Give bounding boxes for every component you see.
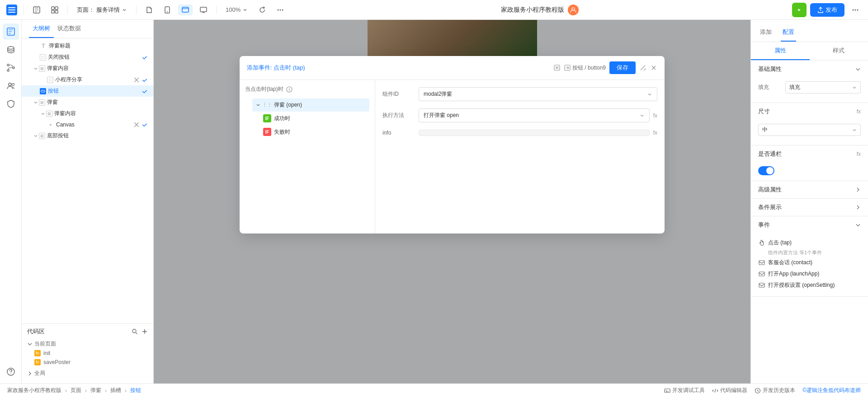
method-fx[interactable]: fx	[653, 112, 657, 119]
page-selector[interactable]: 页面： 服务详情	[73, 4, 131, 16]
tree-item-button[interactable]: 按钮	[22, 85, 153, 97]
top-bar-title: 家政服务小程序教程版	[291, 5, 788, 15]
advanced-section: 高级属性	[751, 181, 868, 199]
toggle-wrap	[758, 166, 861, 175]
svg-point-22	[9, 83, 11, 86]
event-open-setting[interactable]: 打开授权设置 (openSetting)	[758, 280, 861, 291]
flow-item-fail[interactable]: IF 失败时	[252, 125, 369, 139]
sidebar-icon-outline[interactable]	[3, 23, 19, 40]
global-header[interactable]: 全局	[27, 369, 148, 378]
flow-item-popup[interactable]: ⋮⋮ 弹窗 (open)	[252, 98, 369, 112]
dev-history-label: 开发历史版本	[763, 387, 795, 394]
sidebar-icon-flow[interactable]	[3, 60, 19, 76]
right-panel-top: 添加 配置	[751, 20, 868, 42]
info-input[interactable]	[419, 130, 650, 136]
tap-icon	[758, 239, 765, 247]
tree-item-popup-content[interactable]: ⊞ 弹窗内容	[22, 108, 153, 119]
monitor-icon-btn[interactable]	[196, 5, 211, 15]
fill-select[interactable]: 填充	[785, 81, 861, 93]
code-item-init[interactable]: fn init	[27, 349, 148, 358]
right-tab-style[interactable]: 样式	[810, 42, 868, 60]
toggle-knob	[766, 167, 774, 174]
more-btn[interactable]	[273, 5, 288, 15]
svg-point-19	[7, 64, 9, 66]
event-contact[interactable]: 客服会话 (contact)	[758, 257, 861, 268]
tree-label-close-btn: 关闭按钮	[48, 53, 142, 61]
navbar-body	[751, 163, 868, 181]
sidebar-icon-shield[interactable]	[3, 96, 19, 112]
svg-rect-8	[182, 7, 189, 12]
sidebar-icon-data[interactable]	[3, 42, 19, 58]
sidebar-icon-help[interactable]	[3, 364, 19, 380]
right-tab-add[interactable]: 添加	[758, 23, 774, 42]
size-header[interactable]: 尺寸 fx	[751, 103, 868, 120]
refresh-btn[interactable]	[255, 5, 269, 15]
tree-item-miniapp-share[interactable]: □ 小程序分享	[22, 74, 153, 85]
info-fx[interactable]: fx	[653, 130, 657, 136]
method-select[interactable]: 打开弹窗 open	[419, 108, 650, 122]
bc-sep3: ›	[105, 388, 107, 394]
events-header[interactable]: 事件	[751, 216, 868, 234]
search-icon[interactable]	[132, 328, 138, 335]
breadcrumb-page[interactable]: 页面	[71, 387, 81, 394]
current-page-header[interactable]: 当前页面	[27, 339, 148, 349]
breadcrumb-popup[interactable]: 弹窗	[90, 387, 101, 394]
phone-icon-btn[interactable]	[160, 5, 175, 15]
right-tab-prop[interactable]: 属性	[751, 42, 810, 60]
size-fx[interactable]: fx	[857, 108, 861, 115]
tab-state[interactable]: 状态数据	[54, 20, 85, 38]
event-launch-app[interactable]: 打开App (launchApp)	[758, 268, 861, 280]
component-id-select[interactable]: modal2弹窗	[419, 87, 657, 101]
tree-item-bottom-btns[interactable]: ⊞ 底部按钮	[22, 130, 153, 141]
dev-tools-btn[interactable]: 开发调试工具	[664, 387, 705, 394]
svg-rect-9	[200, 7, 207, 12]
svg-rect-2	[52, 7, 54, 9]
breadcrumb-btn[interactable]: 按钮	[130, 387, 141, 394]
breadcrumb-slot[interactable]: 插槽	[110, 387, 121, 394]
flow-item-success[interactable]: IF 成功时	[252, 112, 369, 125]
right-tab-config[interactable]: 配置	[781, 23, 796, 42]
tree-item-modal-content[interactable]: ⊞ 弹窗内容	[22, 63, 153, 74]
tree-label-popup: 弹窗	[47, 98, 150, 106]
topbar-more-btn[interactable]	[848, 5, 863, 15]
init-label: init	[43, 350, 50, 356]
code-editor-btn[interactable]: 代码编辑器	[712, 387, 747, 394]
grid-icon-btn[interactable]	[47, 5, 62, 15]
run-btn[interactable]	[792, 3, 807, 17]
modal-save-btn[interactable]: 保存	[609, 61, 636, 74]
tree-item-close-btn[interactable]: □ 关闭按钮	[22, 51, 153, 63]
publish-btn[interactable]: 发布	[810, 3, 844, 17]
open-setting-icon	[758, 282, 765, 289]
size-select[interactable]: 中	[758, 124, 861, 136]
navbar-toggle[interactable]	[758, 166, 774, 175]
condition-header[interactable]: 条件展示	[751, 199, 868, 216]
browser-icon-btn[interactable]	[178, 5, 193, 15]
sep3	[136, 5, 137, 14]
tree-item-popup[interactable]: ⊞ 弹窗	[22, 97, 153, 108]
basic-props-header[interactable]: 基础属性	[751, 61, 868, 78]
svg-rect-4	[52, 10, 54, 13]
advanced-header[interactable]: 高级属性	[751, 181, 868, 198]
tree-item-canvas[interactable]: + Canvas	[22, 119, 153, 130]
form-row-component-id: 组件ID modal2弹窗	[382, 87, 657, 101]
navbar-fx[interactable]: fx	[857, 151, 861, 157]
modal-close-icon[interactable]	[650, 64, 657, 71]
file-icon-btn[interactable]	[142, 5, 156, 15]
event-tap[interactable]: 点击 (tap)	[758, 237, 861, 248]
zoom-selector[interactable]: 100%	[222, 5, 251, 15]
tree-label-bottom-btns: 底部按钮	[47, 132, 150, 140]
dev-history-btn[interactable]: 开发历史版本	[755, 387, 795, 394]
breadcrumb-root[interactable]: 家政服务小程序教程版	[7, 387, 61, 394]
global-label: 全局	[34, 369, 45, 377]
tab-outline[interactable]: 大纲树	[29, 20, 54, 38]
modal-resize-icon[interactable]	[639, 64, 646, 71]
add-code-icon[interactable]	[142, 328, 148, 335]
code-area-title: 代码区	[27, 327, 45, 336]
code-item-savePoster[interactable]: fn savePoster	[27, 358, 148, 367]
svg-point-10	[278, 9, 279, 10]
page-icon-btn[interactable]	[29, 5, 44, 15]
tree-item-modal-title[interactable]: T 弹窗标题	[22, 40, 153, 51]
global-section: 全局	[27, 369, 148, 378]
sidebar-icon-users[interactable]	[3, 78, 19, 94]
modal-left: 当点击时(tap)时 ⋮⋮ 弹窗 (open)	[240, 80, 375, 234]
